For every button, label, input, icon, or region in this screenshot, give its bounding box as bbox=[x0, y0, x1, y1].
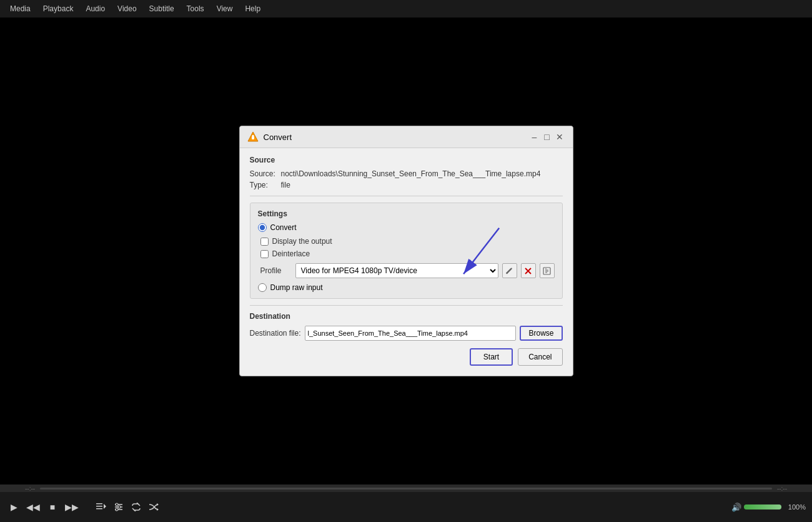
shuffle-button[interactable] bbox=[146, 499, 161, 514]
time-elapsed: --:-- bbox=[25, 485, 35, 492]
vlc-icon bbox=[247, 131, 259, 143]
source-row: Source: nocti\Downloads\Stunning_Sunset_… bbox=[250, 169, 563, 178]
loop-icon bbox=[131, 503, 141, 511]
controls-row: ▶ ◀◀ ■ ▶▶ bbox=[0, 492, 812, 522]
prev-button[interactable]: ◀◀ bbox=[24, 499, 42, 514]
source-section: Source Source: nocti\Downloads\Stunning_… bbox=[250, 156, 563, 189]
menubar: Media Playback Audio Video Subtitle Tool… bbox=[0, 0, 812, 18]
cancel-button[interactable]: Cancel bbox=[518, 348, 562, 366]
minimize-button[interactable]: – bbox=[529, 131, 540, 143]
menu-video[interactable]: Video bbox=[112, 3, 141, 15]
menu-subtitle[interactable]: Subtitle bbox=[144, 3, 179, 15]
type-label: Type: bbox=[250, 181, 281, 189]
divider-1 bbox=[250, 196, 563, 196]
svg-point-20 bbox=[118, 506, 121, 508]
convert-radio[interactable] bbox=[258, 223, 267, 232]
type-row: Type: file bbox=[250, 181, 563, 189]
delete-icon bbox=[524, 267, 532, 275]
convert-dialog: Convert – □ ✕ Source Source: nocti\Downl… bbox=[239, 126, 573, 376]
menu-playback[interactable]: Playback bbox=[38, 3, 79, 15]
svg-line-23 bbox=[132, 508, 134, 510]
bottombar: --:-- --:-- ▶ ◀◀ ■ ▶▶ bbox=[0, 484, 812, 522]
menu-view[interactable]: View bbox=[212, 3, 238, 15]
loop-button[interactable] bbox=[129, 499, 144, 514]
menu-help[interactable]: Help bbox=[240, 3, 265, 15]
menu-audio[interactable]: Audio bbox=[81, 3, 110, 15]
shuffle-icon bbox=[149, 503, 159, 511]
display-output-checkbox[interactable] bbox=[260, 238, 269, 246]
svg-rect-14 bbox=[96, 508, 102, 509]
dump-radio[interactable] bbox=[258, 283, 267, 292]
info-icon bbox=[543, 267, 551, 275]
profile-label: Profile bbox=[260, 266, 292, 275]
volume-icon: 🔊 bbox=[731, 503, 741, 512]
next-button[interactable]: ▶▶ bbox=[62, 499, 81, 514]
settings-icon bbox=[114, 503, 124, 511]
svg-marker-25 bbox=[157, 508, 159, 511]
progress-area: --:-- --:-- bbox=[0, 484, 812, 492]
svg-point-21 bbox=[116, 508, 118, 511]
divider-2 bbox=[250, 305, 563, 306]
dialog-title: Convert bbox=[264, 133, 528, 142]
action-row: Start Cancel bbox=[250, 348, 563, 366]
profile-edit-button[interactable] bbox=[502, 263, 517, 278]
deinterlace-checkbox[interactable] bbox=[260, 250, 269, 258]
stop-button[interactable]: ■ bbox=[45, 499, 60, 514]
play-button[interactable]: ▶ bbox=[6, 499, 21, 514]
profile-select[interactable]: Video for MPEG4 1080p TV/device Video fo… bbox=[295, 263, 498, 278]
dump-label: Dump raw input bbox=[270, 283, 323, 292]
svg-rect-2 bbox=[252, 135, 254, 137]
volume-fill bbox=[744, 504, 781, 509]
deinterlace-label: Deinterlace bbox=[272, 249, 310, 258]
profile-row: Profile Video for MPEG4 1080p TV/device … bbox=[258, 263, 555, 278]
close-button[interactable]: ✕ bbox=[554, 131, 565, 143]
settings-section: Settings Convert Display the output Dein… bbox=[250, 203, 563, 299]
volume-area: 🔊 100% bbox=[731, 503, 806, 512]
dest-input[interactable] bbox=[305, 326, 517, 341]
svg-marker-15 bbox=[104, 504, 106, 509]
settings-header: Settings bbox=[258, 209, 555, 218]
svg-rect-1 bbox=[252, 136, 254, 139]
profile-delete-button[interactable] bbox=[521, 263, 536, 278]
browse-button[interactable]: Browse bbox=[520, 326, 562, 341]
extended-settings-button[interactable] bbox=[111, 499, 126, 514]
dialog-body: Source Source: nocti\Downloads\Stunning_… bbox=[240, 148, 573, 376]
menu-media[interactable]: Media bbox=[5, 3, 36, 15]
svg-point-3 bbox=[506, 272, 507, 273]
profile-info-button[interactable] bbox=[540, 263, 555, 278]
source-value: nocti\Downloads\Stunning_Sunset_Seen_Fro… bbox=[281, 169, 541, 178]
svg-rect-12 bbox=[96, 503, 102, 504]
destination-section: Destination Destination file: Browse bbox=[250, 312, 563, 341]
dialog-titlebar: Convert – □ ✕ bbox=[240, 126, 573, 148]
deinterlace-row: Deinterlace bbox=[258, 249, 555, 258]
svg-line-22 bbox=[138, 504, 140, 506]
source-header: Source bbox=[250, 156, 563, 164]
convert-radio-label: Convert bbox=[270, 223, 297, 232]
volume-bar[interactable] bbox=[744, 504, 781, 509]
dump-radio-row: Dump raw input bbox=[258, 283, 555, 292]
time-remaining: --:-- bbox=[777, 485, 787, 492]
wrench-icon bbox=[505, 267, 513, 275]
svg-marker-24 bbox=[157, 503, 159, 506]
destination-row: Destination file: Browse bbox=[250, 326, 563, 341]
convert-radio-row: Convert bbox=[258, 223, 555, 232]
display-output-row: Display the output bbox=[258, 237, 555, 246]
toggle-playlist-button[interactable] bbox=[94, 499, 109, 514]
volume-label: 100% bbox=[784, 503, 806, 511]
type-value: file bbox=[281, 181, 290, 189]
svg-point-19 bbox=[116, 503, 118, 506]
main-area: Convert – □ ✕ Source Source: nocti\Downl… bbox=[0, 18, 812, 484]
destination-header: Destination bbox=[250, 312, 563, 321]
dest-label: Destination file: bbox=[250, 329, 301, 338]
svg-rect-13 bbox=[96, 506, 102, 507]
playlist-icon bbox=[96, 503, 106, 511]
source-label: Source: bbox=[250, 169, 281, 178]
maximize-button[interactable]: □ bbox=[542, 131, 553, 143]
display-output-label: Display the output bbox=[272, 237, 332, 246]
menu-tools[interactable]: Tools bbox=[182, 3, 209, 15]
progress-track[interactable] bbox=[40, 488, 772, 489]
start-button[interactable]: Start bbox=[470, 348, 513, 366]
